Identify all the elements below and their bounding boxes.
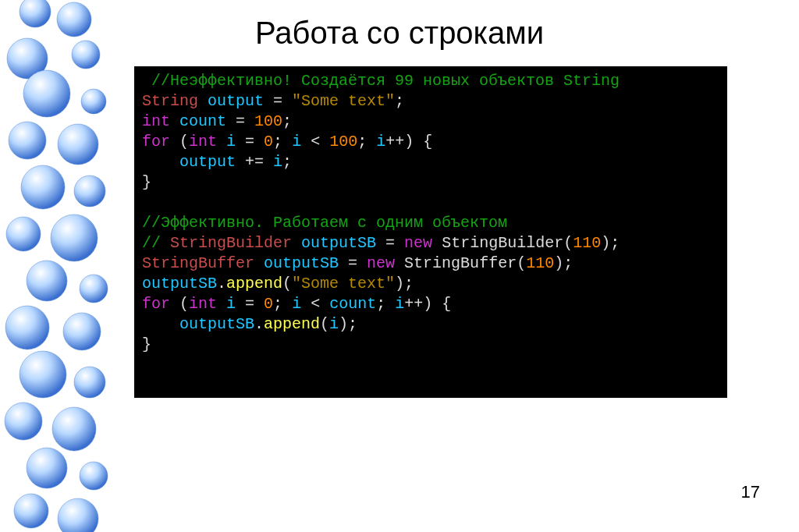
code-token: . — [217, 275, 226, 293]
code-token: for — [142, 133, 170, 151]
code-token: i — [292, 133, 301, 151]
code-token: 110 — [526, 254, 554, 272]
dna-helix-decoration — [0, 0, 133, 532]
code-token: = — [236, 133, 264, 151]
svg-point-18 — [5, 403, 42, 440]
code-token: outputSB — [301, 234, 376, 252]
code-token: new — [367, 254, 395, 272]
code-token: ); — [395, 275, 414, 293]
code-token: ) { — [404, 133, 432, 151]
code-token: outputSB — [264, 254, 339, 272]
code-token: < — [301, 295, 329, 313]
code-token: } — [142, 335, 151, 353]
code-token: StringBuffer — [142, 254, 254, 272]
svg-point-11 — [51, 215, 98, 261]
svg-point-20 — [27, 448, 67, 488]
code-comment: //Эффективно. Работаем с одним объектом — [142, 214, 507, 232]
code-token: new — [404, 234, 432, 252]
code-token: outputSB — [142, 275, 217, 293]
svg-point-15 — [63, 313, 101, 350]
code-token: i — [329, 315, 339, 333]
code-token: ( — [563, 234, 573, 252]
code-block: //Неэффективно! Создаётся 99 новых объек… — [134, 66, 727, 398]
code-token — [142, 315, 179, 333]
code-token: ++ — [385, 133, 404, 151]
code-token: ; — [282, 153, 292, 171]
svg-point-12 — [27, 261, 67, 301]
code-token: 0 — [264, 133, 273, 151]
svg-point-16 — [20, 351, 66, 398]
code-token: = — [264, 92, 292, 110]
code-comment: //Неэффективно! Создаётся 99 новых объек… — [142, 72, 620, 90]
code-token: += — [236, 153, 273, 171]
code-token: StringBuilder — [442, 234, 563, 252]
code-token: ); — [339, 315, 357, 333]
code-token: count — [329, 295, 376, 313]
code-token: output — [208, 92, 264, 110]
code-token: ; — [273, 133, 292, 151]
code-token: StringBuilder — [170, 234, 292, 252]
code-token: < — [301, 133, 329, 151]
code-token — [254, 254, 264, 272]
code-token: ( — [517, 254, 526, 272]
code-token: 100 — [329, 133, 357, 151]
svg-point-6 — [9, 122, 46, 159]
code-token: ); — [554, 254, 573, 272]
code-token: ); — [601, 234, 620, 252]
code-token: ; — [376, 295, 395, 313]
code-token: ( — [170, 295, 189, 313]
svg-point-8 — [21, 165, 65, 209]
code-token — [292, 234, 301, 252]
code-token: append — [226, 275, 282, 293]
code-token: // — [142, 234, 170, 252]
code-token: "Some text" — [292, 92, 395, 110]
code-token: ( — [320, 315, 329, 333]
code-token — [142, 153, 179, 171]
slide-title: Работа со строками — [0, 16, 799, 51]
code-token: i — [226, 295, 236, 313]
code-token: } — [142, 173, 151, 191]
svg-point-4 — [23, 70, 70, 117]
code-token: 0 — [264, 295, 273, 313]
code-token: i — [395, 295, 404, 313]
code-token: . — [254, 315, 264, 333]
code-token: "Some text" — [292, 275, 395, 293]
code-token: 100 — [254, 112, 282, 130]
code-token: = — [376, 234, 404, 252]
code-token: append — [264, 315, 320, 333]
svg-point-13 — [80, 275, 108, 303]
code-token: ; — [282, 112, 292, 130]
code-token: ) { — [423, 295, 451, 313]
code-token: ; — [357, 133, 376, 151]
svg-point-9 — [74, 176, 105, 207]
code-token: ; — [273, 295, 292, 313]
code-token: ++ — [404, 295, 423, 313]
code-token: ( — [282, 275, 292, 293]
code-token: i — [376, 133, 385, 151]
code-token: StringBuffer — [404, 254, 517, 272]
code-token: String — [142, 92, 198, 110]
page-number: 17 — [741, 482, 760, 502]
code-token: = — [236, 295, 264, 313]
svg-point-17 — [74, 367, 105, 398]
code-token: for — [142, 295, 170, 313]
svg-point-10 — [6, 217, 41, 251]
code-token — [395, 254, 404, 272]
svg-point-14 — [5, 306, 49, 349]
code-token: i — [292, 295, 301, 313]
code-token: i — [273, 153, 282, 171]
code-token: 110 — [573, 234, 601, 252]
code-token: = — [226, 112, 254, 130]
code-token — [432, 234, 442, 252]
svg-point-21 — [80, 462, 108, 490]
code-token: int — [189, 295, 217, 313]
code-token: = — [339, 254, 367, 272]
code-token: output — [179, 153, 236, 171]
code-token: count — [179, 112, 226, 130]
svg-point-23 — [58, 498, 98, 532]
svg-point-7 — [58, 124, 98, 165]
code-token: int — [142, 112, 170, 130]
code-token: int — [189, 133, 217, 151]
code-token: i — [226, 133, 236, 151]
code-token: ( — [170, 133, 189, 151]
